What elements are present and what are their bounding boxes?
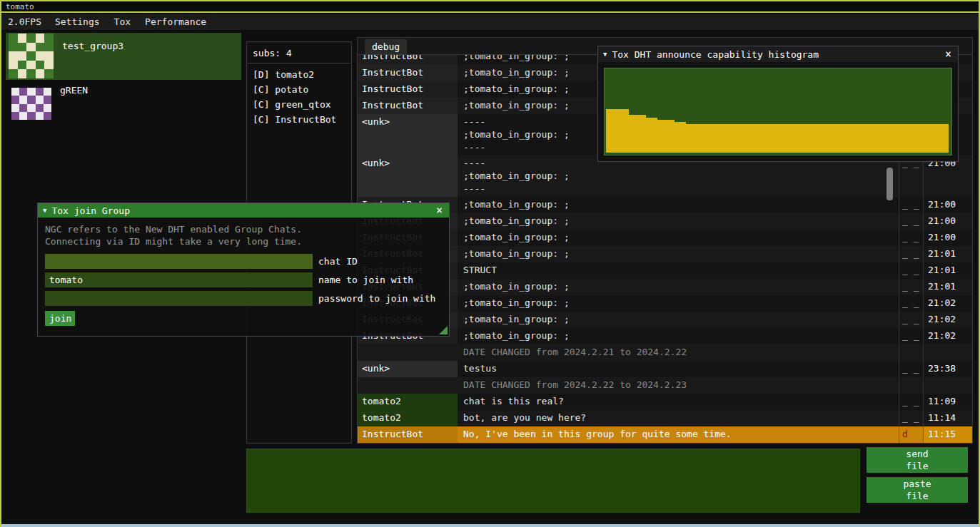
join-button[interactable]: join: [45, 311, 75, 326]
histogram-bar: [669, 120, 675, 153]
message-text: bot, are you new here?: [458, 410, 899, 426]
histogram-bar: [806, 124, 812, 153]
histogram-bar: [903, 124, 909, 153]
message-sender: [358, 377, 458, 394]
histogram-bar: [943, 124, 949, 153]
chat-id-input[interactable]: [45, 254, 313, 269]
chat-scrollbar-thumb[interactable]: [886, 168, 893, 200]
menu-item-tox[interactable]: Tox: [107, 14, 138, 30]
histogram-bar: [829, 124, 834, 153]
histogram-bar: [692, 124, 697, 153]
message-status-flags: _ _: [899, 312, 923, 328]
message-timestamp: [923, 344, 972, 361]
histogram-bar: [880, 124, 886, 153]
member-list-item[interactable]: [D] tomato2: [247, 67, 351, 82]
histogram-bar: [794, 124, 800, 153]
window-title-bar[interactable]: tomato: [1, 1, 979, 13]
message-text: ;tomato_in_group: ;: [458, 246, 899, 262]
message-text: ;tomato_in_group: ;: [458, 230, 899, 246]
message-status-flags: _ _: [899, 410, 923, 426]
chat-message-row[interactable]: InstructBot;tomato_in_group: ;_ _21:01: [358, 246, 972, 262]
histogram-bar: [897, 124, 903, 153]
resize-grip[interactable]: [439, 326, 448, 334]
ngc-info-line-2: Connecting via ID might take a very long…: [45, 235, 442, 247]
message-sender: InstructBot: [358, 55, 458, 65]
date-separator-text: DATE CHANGED from 2024.2.21 to 2024.2.22: [458, 344, 899, 361]
fps-counter: 2.0FPS: [1, 14, 48, 30]
message-timestamp: 21:00: [923, 230, 972, 246]
paste-file-button[interactable]: paste file: [867, 477, 968, 503]
histogram-bar: [909, 124, 914, 153]
chat-message-row[interactable]: tomato2bot, are you new here?_ _11:14: [358, 410, 972, 426]
dht-histogram-body: [598, 62, 958, 161]
send-file-button[interactable]: send file: [867, 447, 968, 473]
histogram-bar: [732, 124, 737, 153]
message-status-flags: _ _: [899, 262, 923, 279]
chat-message-row[interactable]: tomato2chat is this real?_ _11:09: [358, 394, 972, 410]
histogram-bar: [612, 109, 617, 153]
chat-message-row[interactable]: InstructBot;tomato_in_group: ;_ _21:02: [358, 295, 972, 312]
message-status-flags: d: [899, 426, 923, 443]
histogram-bar: [852, 124, 857, 153]
chat-message-row[interactable]: InstructBotNo, I've been in this group f…: [358, 426, 972, 443]
histogram-bar: [749, 124, 754, 153]
group-item-green[interactable]: gREEN: [6, 81, 241, 124]
chat-message-row[interactable]: <unk>testus_ _23:38: [358, 361, 972, 377]
join-password-input[interactable]: [45, 291, 313, 306]
close-icon[interactable]: ×: [944, 49, 953, 59]
histogram-bar: [886, 124, 891, 153]
message-status-flags: _ _: [899, 295, 923, 312]
message-input[interactable]: [246, 449, 860, 513]
tab-debug[interactable]: debug: [365, 39, 407, 54]
histogram-bar: [737, 124, 743, 153]
message-sender: <unk>: [358, 114, 458, 155]
dht-histogram-title: Tox DHT announce capability histogram: [612, 49, 939, 60]
date-separator-text: DATE CHANGED from 2024.2.22 to 2024.2.23: [458, 377, 899, 394]
message-timestamp: 11:14: [923, 410, 972, 426]
chat-message-row[interactable]: InstructBot;tomato_in_group: ;_ _21:01: [358, 279, 972, 295]
collapse-icon[interactable]: ▼: [603, 51, 607, 58]
histogram-bar: [675, 122, 680, 153]
histogram-bar: [863, 124, 869, 153]
message-text: ;tomato_in_group: ;: [458, 279, 899, 295]
histogram-bar: [680, 122, 686, 153]
message-timestamp: 21:02: [923, 328, 972, 344]
histogram-bar: [777, 124, 783, 153]
histogram-bar: [617, 109, 623, 153]
window-bottom-border: [1, 524, 979, 527]
chat-message-row[interactable]: InstructBotSTRUCT_ _21:01: [358, 262, 972, 279]
chat-message-row[interactable]: InstructBot;tomato_in_group: ;_ _21:00: [358, 197, 972, 213]
histogram-bar: [697, 124, 703, 153]
histogram-bar: [657, 120, 663, 153]
histogram-bar: [754, 124, 760, 153]
chat-message-row[interactable]: InstructBot;tomato_in_group: ;_ _21:00: [358, 230, 972, 246]
member-list-item[interactable]: [C] potato: [247, 82, 351, 97]
group-item-test-group3[interactable]: test_group3: [6, 33, 241, 80]
close-icon[interactable]: ×: [435, 205, 444, 215]
app-window: tomato 2.0FPS SettingsToxPerformance tes…: [0, 0, 980, 527]
collapse-icon[interactable]: ▼: [43, 207, 46, 214]
member-list-item[interactable]: [C] InstructBot: [247, 112, 351, 127]
chat-message-row[interactable]: InstructBot;tomato_in_group: ;_ _21:00: [358, 213, 972, 230]
message-sender: InstructBot: [358, 426, 458, 443]
message-sender: tomato2: [358, 394, 458, 410]
menu-item-performance[interactable]: Performance: [138, 14, 213, 30]
histogram-bar: [726, 124, 732, 153]
histogram-bar: [646, 118, 652, 153]
chat-message-row[interactable]: InstructBot;tomato_in_group: ;_ _21:02: [358, 312, 972, 328]
menu-item-settings[interactable]: Settings: [48, 14, 107, 30]
join-name-input[interactable]: [45, 272, 313, 287]
histogram-bar: [931, 124, 937, 153]
member-list-item[interactable]: [C] green_qtox: [247, 97, 351, 112]
chat-message-row[interactable]: InstructBot;tomato_in_group: ;_ _21:02: [358, 328, 972, 344]
dht-histogram-titlebar[interactable]: ▼ Tox DHT announce capability histogram …: [598, 46, 958, 62]
histogram-bar: [812, 124, 817, 153]
message-timestamp: 21:01: [923, 246, 972, 262]
message-sender: [358, 344, 458, 361]
histogram-bar: [663, 120, 669, 153]
member-list: [D] tomato2[C] potato[C] green_qtox[C] I…: [247, 67, 351, 127]
histogram-bar: [720, 124, 726, 153]
join-group-titlebar[interactable]: ▼ Tox join Group ×: [38, 203, 449, 218]
join-name-label: name to join with: [318, 275, 413, 285]
histogram-bar: [920, 124, 926, 153]
